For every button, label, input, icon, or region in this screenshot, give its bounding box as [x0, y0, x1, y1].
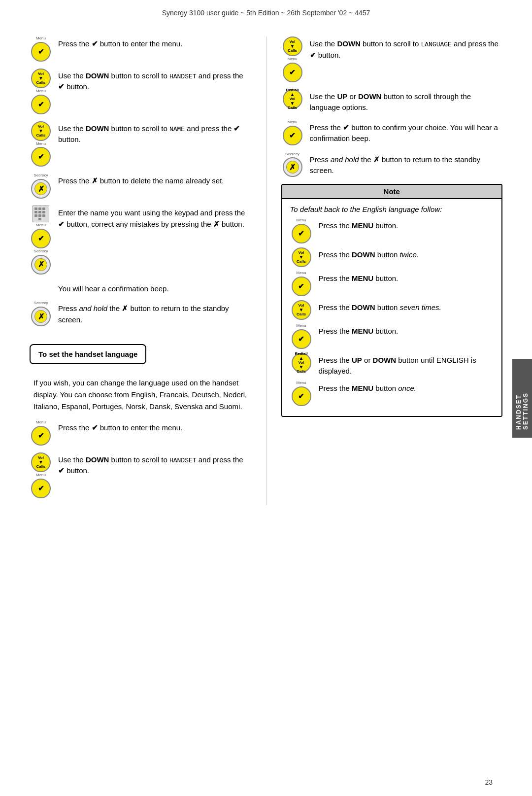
menu-check-icon: ✔ — [292, 386, 311, 406]
svg-rect-9 — [38, 218, 41, 220]
icon-stack: Menu ✔ — [290, 218, 313, 243]
icon-stack: Vol ▼ Calls Menu ✔ — [30, 121, 52, 167]
note-step-text: Press the UP or DOWN button until ENGLIS… — [319, 353, 494, 377]
menu-check-icon: ✔ — [292, 329, 311, 349]
menu-label: Menu — [36, 142, 46, 146]
right-column: Vol ▼ Calls Menu ✔ Use the DOWN button t… — [266, 36, 503, 505]
menu-label: Menu — [296, 218, 306, 223]
step-row: You will hear a confirmation beep. — [30, 281, 251, 295]
icon-stack: Menu ✔ — [290, 324, 313, 349]
step-row: Vol ▼ Calls Menu ✔ Use the DOWN button t… — [30, 121, 251, 167]
note-step-row: Menu ✔ Press the MENU button. — [290, 271, 494, 296]
secrecy-label: Secrecy — [34, 173, 48, 178]
menu-label: Menu — [36, 89, 46, 94]
vol-calls-icon: Vol ▼ Calls — [292, 247, 311, 267]
step-text: Use the DOWN button to scroll to HANDSET… — [58, 69, 251, 93]
step-row: Menu ✔ Press the ✔ button to enter the m… — [30, 420, 251, 446]
section-label: To set the handset language — [30, 344, 146, 364]
note-step-text: Press the MENU button once. — [319, 381, 494, 394]
step-row: Vol ▼ Calls Menu ✔ Use the DOWN button t… — [30, 452, 251, 498]
secrecy-icon: ✗ — [31, 179, 51, 199]
step-text: Enter the name you want using the keypad… — [58, 206, 251, 230]
icon-stack: Menu ✔ — [290, 271, 313, 296]
svg-rect-1 — [38, 208, 41, 210]
svg-rect-4 — [38, 211, 41, 213]
side-tab: HANDSET SETTINGS — [512, 359, 532, 438]
menu-label: Menu — [287, 120, 297, 125]
menu-label: Menu — [296, 324, 306, 328]
step-row: Menu ✔ Press the ✔ button to enter the m… — [30, 36, 251, 62]
note-step-row: Menu ✔ Press the MENU button. — [290, 218, 494, 243]
menu-check-icon: ✔ — [31, 229, 51, 248]
secrecy-label: Secrecy — [34, 301, 48, 306]
svg-rect-5 — [42, 211, 45, 213]
svg-rect-0 — [34, 208, 37, 210]
vol-calls-icon: Vol ▼ Calls — [31, 69, 51, 88]
svg-rect-7 — [38, 214, 41, 217]
icon-stack: Secrecy ✗ — [30, 173, 52, 199]
icon-stack: Menu ✔ — [30, 36, 52, 62]
note-step-text: Press the DOWN button twice. — [319, 247, 494, 261]
menu-check-icon: ✔ — [31, 42, 51, 62]
note-content: To default back to the English language … — [282, 199, 502, 415]
step-text: You will hear a confirmation beep. — [58, 281, 251, 295]
menu-label: Menu — [36, 420, 46, 425]
step-row: Redial/ ▲ Vol ▼ Calls Use the UP or DOWN… — [281, 89, 503, 113]
note-step-text: Press the MENU button. — [319, 324, 494, 337]
step-row: Secrecy ✗ Press and hold the ✗ button to… — [30, 301, 251, 326]
note-header: Note — [282, 185, 502, 199]
icon-stack: Menu ✔ — [30, 420, 52, 446]
step-text: Press the ✔ button to enter the menu. — [58, 420, 251, 434]
svg-rect-8 — [42, 214, 45, 217]
step-row: Vol ▼ Calls Menu ✔ Use the DOWN button t… — [30, 69, 251, 114]
note-step-text: Press the MENU button. — [319, 218, 494, 232]
menu-check-icon: ✔ — [292, 224, 311, 243]
icon-stack: Redial/ ▲ Vol ▼ Calls — [290, 353, 313, 373]
menu-check-icon: ✔ — [283, 126, 302, 145]
note-step-row: Redial/ ▲ Vol ▼ Calls Press the UP or DO… — [290, 353, 494, 377]
redial-vol-icon: Redial/ ▲ Vol ▼ Calls — [283, 89, 302, 109]
icon-stack: Secrecy ✗ — [281, 152, 304, 177]
note-step-row: Menu ✔ Press the MENU button. — [290, 324, 494, 349]
step-text: Use the DOWN button to scroll to LANGUAG… — [310, 36, 503, 61]
page-header: Synergy 3100 user guide ~ 5th Edition ~ … — [0, 0, 532, 22]
step-text: Press the ✗ button to delete the name al… — [58, 173, 251, 187]
step-row: Secrecy ✗ Press and hold the ✗ button to… — [281, 152, 503, 177]
icon-stack: Secrecy ✗ — [30, 301, 52, 326]
svg-rect-6 — [34, 214, 37, 217]
note-step-row: Vol ▼ Calls Press the DOWN button twice. — [290, 247, 494, 267]
step-text: Press and hold the ✗ button to return to… — [310, 152, 503, 176]
page-number: 23 — [485, 778, 493, 786]
secrecy-label: Secrecy — [285, 152, 299, 157]
keypad-icon — [33, 206, 49, 222]
icon-stack: Menu ✔ Secrecy ✗ — [30, 206, 52, 275]
vol-calls-icon: Vol ▼ Calls — [31, 121, 51, 141]
menu-check-icon: ✔ — [292, 277, 311, 296]
left-column: Menu ✔ Press the ✔ button to enter the m… — [30, 36, 266, 505]
svg-rect-2 — [42, 208, 45, 210]
redial-vol-icon: Redial/ ▲ Vol ▼ Calls — [292, 353, 311, 373]
step-text: Use the DOWN button to scroll to HANDSET… — [58, 452, 251, 477]
icon-stack: Vol ▼ Calls — [290, 300, 313, 320]
secrecy-icon: ✗ — [31, 255, 51, 275]
menu-label: Menu — [36, 36, 46, 41]
step-row: Vol ▼ Calls Menu ✔ Use the DOWN button t… — [281, 36, 503, 82]
step-text: Press the ✔ button to confirm your choic… — [310, 120, 503, 144]
step-row: Menu ✔ Press the ✔ button to confirm you… — [281, 120, 503, 145]
menu-label: Menu — [287, 57, 297, 62]
icon-stack: Menu ✔ — [281, 120, 304, 145]
menu-check-icon: ✔ — [31, 426, 51, 446]
icon-stack: Vol ▼ Calls — [290, 247, 313, 267]
page-content: Menu ✔ Press the ✔ button to enter the m… — [0, 22, 532, 520]
step-text: Press the ✔ button to enter the menu. — [58, 36, 251, 50]
svg-rect-3 — [34, 211, 37, 213]
secrecy-label: Secrecy — [34, 249, 48, 254]
language-info: If you wish, you can change the language… — [33, 377, 251, 413]
menu-label: Menu — [296, 271, 306, 276]
step-row: Menu ✔ Secrecy ✗ Enter the name you want… — [30, 206, 251, 275]
vol-calls-icon: Vol ▼ Calls — [31, 452, 51, 472]
icon-stack: Menu ✔ — [290, 381, 313, 406]
note-intro: To default back to the English language … — [290, 205, 494, 213]
step-text: Use the DOWN button to scroll to NAME an… — [58, 121, 251, 145]
icon-stack: Vol ▼ Calls Menu ✔ — [30, 69, 52, 114]
